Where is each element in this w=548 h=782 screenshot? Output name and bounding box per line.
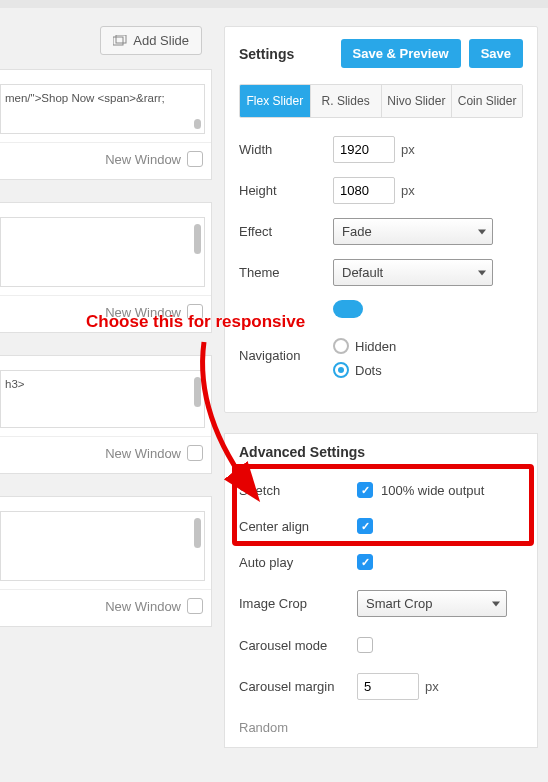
height-unit: px bbox=[401, 183, 415, 198]
slide-caption-textarea[interactable]: men/">Shop Now <span>&rarr; bbox=[0, 84, 205, 134]
tab-nivo-slider[interactable]: Nivo Slider bbox=[382, 85, 453, 117]
slide-caption-textarea[interactable]: h3> bbox=[0, 370, 205, 428]
image-crop-select[interactable]: Smart Crop bbox=[357, 590, 507, 617]
tab-r-slides[interactable]: R. Slides bbox=[311, 85, 382, 117]
scrollbar-thumb[interactable] bbox=[194, 377, 201, 407]
theme-label: Theme bbox=[239, 265, 333, 280]
width-unit: px bbox=[401, 142, 415, 157]
slide-panel: New Window bbox=[0, 202, 212, 333]
slide-panel: h3> New Window bbox=[0, 355, 212, 474]
advanced-settings-panel: Advanced Settings Stretch 100% wide outp… bbox=[224, 433, 538, 748]
svg-rect-0 bbox=[113, 37, 123, 45]
center-align-label: Center align bbox=[239, 519, 357, 534]
width-label: Width bbox=[239, 142, 333, 157]
new-window-label: New Window bbox=[105, 599, 181, 614]
scrollbar-thumb[interactable] bbox=[194, 119, 201, 129]
new-window-checkbox[interactable] bbox=[187, 304, 203, 320]
new-window-checkbox[interactable] bbox=[187, 151, 203, 167]
image-crop-label: Image Crop bbox=[239, 596, 357, 611]
stretch-label: Stretch bbox=[239, 483, 357, 498]
settings-title: Settings bbox=[239, 46, 294, 62]
navigation-option-hidden[interactable]: Hidden bbox=[333, 338, 396, 354]
tab-coin-slider[interactable]: Coin Slider bbox=[452, 85, 522, 117]
stretch-checkbox[interactable] bbox=[357, 482, 373, 498]
arrows-toggle[interactable] bbox=[333, 300, 363, 318]
advanced-title: Advanced Settings bbox=[239, 444, 523, 460]
carousel-margin-unit: px bbox=[425, 679, 439, 694]
theme-select[interactable]: Default bbox=[333, 259, 493, 286]
height-label: Height bbox=[239, 183, 333, 198]
add-slide-label: Add Slide bbox=[133, 33, 189, 48]
carousel-margin-input[interactable] bbox=[357, 673, 419, 700]
radio-icon bbox=[333, 338, 349, 354]
new-window-checkbox[interactable] bbox=[187, 598, 203, 614]
carousel-margin-label: Carousel margin bbox=[239, 679, 357, 694]
width-input[interactable] bbox=[333, 136, 395, 163]
scrollbar-thumb[interactable] bbox=[194, 224, 201, 254]
slide-panel: men/">Shop Now <span>&rarr; New Window bbox=[0, 69, 212, 180]
save-preview-button[interactable]: Save & Preview bbox=[341, 39, 461, 68]
random-label: Random bbox=[239, 720, 357, 735]
auto-play-label: Auto play bbox=[239, 555, 357, 570]
navigation-label: Navigation bbox=[239, 338, 333, 363]
slides-icon bbox=[113, 35, 127, 47]
effect-select[interactable]: Fade bbox=[333, 218, 493, 245]
add-slide-button[interactable]: Add Slide bbox=[100, 26, 202, 55]
carousel-mode-label: Carousel mode bbox=[239, 638, 357, 653]
slide-caption-textarea[interactable] bbox=[0, 217, 205, 287]
new-window-checkbox[interactable] bbox=[187, 445, 203, 461]
slide-caption-textarea[interactable] bbox=[0, 511, 205, 581]
slide-panel: New Window bbox=[0, 496, 212, 627]
slider-type-tabs: Flex Slider R. Slides Nivo Slider Coin S… bbox=[239, 84, 523, 118]
tab-flex-slider[interactable]: Flex Slider bbox=[240, 85, 311, 117]
stretch-text: 100% wide output bbox=[381, 483, 484, 498]
height-input[interactable] bbox=[333, 177, 395, 204]
svg-rect-1 bbox=[116, 35, 126, 43]
save-button[interactable]: Save bbox=[469, 39, 523, 68]
scrollbar-thumb[interactable] bbox=[194, 518, 201, 548]
auto-play-checkbox[interactable] bbox=[357, 554, 373, 570]
effect-label: Effect bbox=[239, 224, 333, 239]
new-window-label: New Window bbox=[105, 305, 181, 320]
center-align-checkbox[interactable] bbox=[357, 518, 373, 534]
settings-panel: Settings Save & Preview Save Flex Slider… bbox=[224, 26, 538, 413]
navigation-option-dots[interactable]: Dots bbox=[333, 362, 396, 378]
new-window-label: New Window bbox=[105, 446, 181, 461]
new-window-label: New Window bbox=[105, 152, 181, 167]
radio-icon bbox=[333, 362, 349, 378]
carousel-mode-checkbox[interactable] bbox=[357, 637, 373, 653]
